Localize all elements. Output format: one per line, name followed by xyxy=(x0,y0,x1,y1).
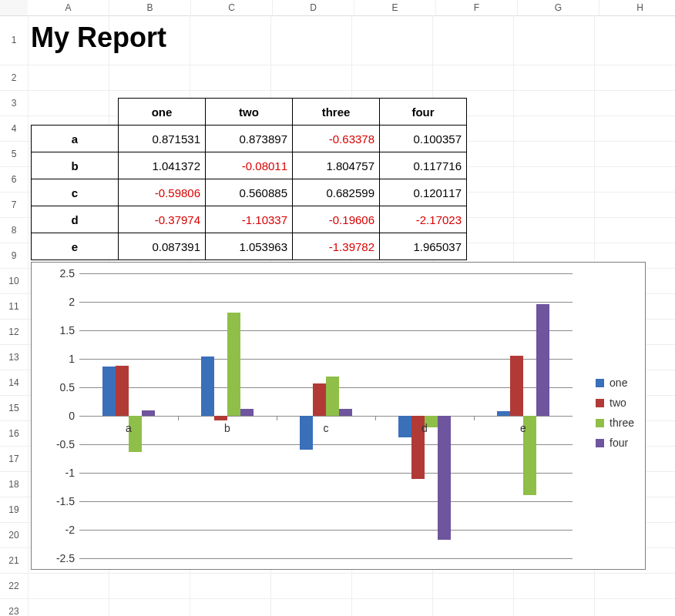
row-header[interactable]: 10 xyxy=(0,269,29,294)
table-col-header[interactable]: two xyxy=(206,99,293,126)
row-header[interactable]: 6 xyxy=(0,167,29,192)
chart-ytick-label: 0.5 xyxy=(44,381,75,393)
row-header[interactable]: 3 xyxy=(0,91,29,116)
row-header[interactable]: 17 xyxy=(0,447,29,472)
table-cell[interactable]: 1.965037 xyxy=(380,233,467,260)
table-row: e0.0873911.053963-1.397821.965037 xyxy=(32,233,467,260)
table-row-header[interactable]: b xyxy=(32,152,119,179)
row-header[interactable]: 5 xyxy=(0,142,29,167)
chart-category-label: d xyxy=(421,422,428,434)
column-header[interactable]: A xyxy=(28,0,109,16)
chart-gridline xyxy=(79,359,573,360)
chart-bar xyxy=(142,410,155,416)
column-header[interactable]: G xyxy=(518,0,599,16)
table-row-header[interactable]: a xyxy=(32,126,119,152)
legend-swatch xyxy=(596,379,604,387)
chart-bar xyxy=(227,313,240,416)
row-header[interactable]: 16 xyxy=(0,421,29,447)
chart-gridline xyxy=(79,302,573,303)
legend-item: four xyxy=(596,437,634,449)
table-row-header[interactable]: c xyxy=(32,179,119,206)
chart-gridline xyxy=(79,558,573,559)
chart-bar xyxy=(116,366,129,416)
row-header[interactable]: 19 xyxy=(0,497,29,523)
row-header[interactable]: 12 xyxy=(0,320,29,345)
legend-item: three xyxy=(596,417,634,429)
chart-ytick-label: -1 xyxy=(44,467,75,479)
row-header[interactable]: 18 xyxy=(0,472,29,497)
chart-ytick-label: 1 xyxy=(44,353,75,365)
column-header[interactable]: H xyxy=(599,0,675,16)
row-header[interactable]: 22 xyxy=(0,574,29,599)
column-header-row: ABCDEFGH xyxy=(28,0,675,15)
column-header[interactable]: D xyxy=(273,0,354,16)
table-cell[interactable]: 0.087391 xyxy=(119,233,206,260)
chart-gridline xyxy=(79,501,573,502)
table-cell[interactable]: 1.053963 xyxy=(206,233,293,260)
row-header[interactable]: 13 xyxy=(0,345,29,370)
chart-category-label: a xyxy=(126,422,132,434)
column-header[interactable]: F xyxy=(436,0,518,16)
row-header[interactable]: 4 xyxy=(0,116,29,142)
select-all-corner[interactable] xyxy=(0,0,29,16)
row-header[interactable]: 21 xyxy=(0,548,29,574)
table-row: d-0.37974-1.10337-0.19606-2.17023 xyxy=(32,206,467,233)
table-cell[interactable]: 0.873897 xyxy=(206,126,293,152)
chart-bar xyxy=(313,383,326,416)
chart-category-label: e xyxy=(520,422,526,434)
chart-bar xyxy=(398,416,411,437)
table-cell[interactable]: 0.682599 xyxy=(293,179,380,206)
table-cell[interactable]: -1.39782 xyxy=(293,233,380,260)
table-col-header[interactable]: three xyxy=(293,99,380,126)
column-header[interactable]: B xyxy=(109,0,191,16)
table-cell[interactable]: -0.08011 xyxy=(206,152,293,179)
chart-bar xyxy=(326,377,339,416)
chart-ytick-label: -1.5 xyxy=(44,495,75,507)
chart-container[interactable]: -2.5-2-1.5-1-0.500.511.522.5abcde onetwo… xyxy=(31,262,646,570)
table-cell[interactable]: -0.37974 xyxy=(119,206,206,233)
table-cell[interactable]: -1.10337 xyxy=(206,206,293,233)
table-cell[interactable]: 0.560885 xyxy=(206,179,293,206)
table-cell[interactable]: 0.117716 xyxy=(380,152,467,179)
row-header[interactable]: 15 xyxy=(0,396,29,421)
table-row: a0.8715310.873897-0.633780.100357 xyxy=(32,126,467,152)
table-cell[interactable]: -0.63378 xyxy=(293,126,380,152)
row-header[interactable]: 1 xyxy=(0,15,29,65)
row-header[interactable]: 14 xyxy=(0,370,29,396)
table-col-header[interactable]: one xyxy=(119,99,206,126)
row-header[interactable]: 8 xyxy=(0,218,29,243)
table-row-header[interactable]: e xyxy=(32,233,119,260)
row-header[interactable]: 23 xyxy=(0,599,29,616)
row-header[interactable]: 20 xyxy=(0,523,29,548)
table-cell[interactable]: 1.804757 xyxy=(293,152,380,179)
table-row-header[interactable]: d xyxy=(32,206,119,233)
row-header[interactable]: 9 xyxy=(0,243,29,269)
table-cell[interactable]: 0.100357 xyxy=(380,126,467,152)
chart-bar xyxy=(536,304,549,416)
chart-bar xyxy=(300,416,313,450)
chart-category-label: b xyxy=(224,422,230,434)
table-cell[interactable]: 0.120117 xyxy=(380,179,467,206)
table-cell[interactable]: 1.041372 xyxy=(119,152,206,179)
chart-plot-area: -2.5-2-1.5-1-0.500.511.522.5abcde xyxy=(79,273,573,558)
chart-gridline xyxy=(79,530,573,531)
data-table: one two three four a0.8715310.873897-0.6… xyxy=(31,98,467,260)
chart-xtick xyxy=(375,416,376,420)
column-header[interactable]: E xyxy=(354,0,436,16)
table-row: c-0.598060.5608850.6825990.120117 xyxy=(32,179,467,206)
chart-bar xyxy=(339,409,352,416)
row-header[interactable]: 11 xyxy=(0,294,29,320)
table-col-header[interactable]: four xyxy=(380,99,467,126)
column-header[interactable]: C xyxy=(191,0,273,16)
table-cell[interactable]: -2.17023 xyxy=(380,206,467,233)
row-header[interactable]: 2 xyxy=(0,65,29,91)
table-cell[interactable]: 0.871531 xyxy=(119,126,206,152)
chart-gridline xyxy=(79,444,573,445)
row-header[interactable]: 7 xyxy=(0,192,29,218)
table-cell[interactable]: -0.59806 xyxy=(119,179,206,206)
table-cell[interactable]: -0.19606 xyxy=(293,206,380,233)
chart-category-label: c xyxy=(324,422,329,434)
legend-item: one xyxy=(596,377,634,389)
chart-gridline xyxy=(79,273,573,274)
page-title: My Report xyxy=(31,22,166,54)
